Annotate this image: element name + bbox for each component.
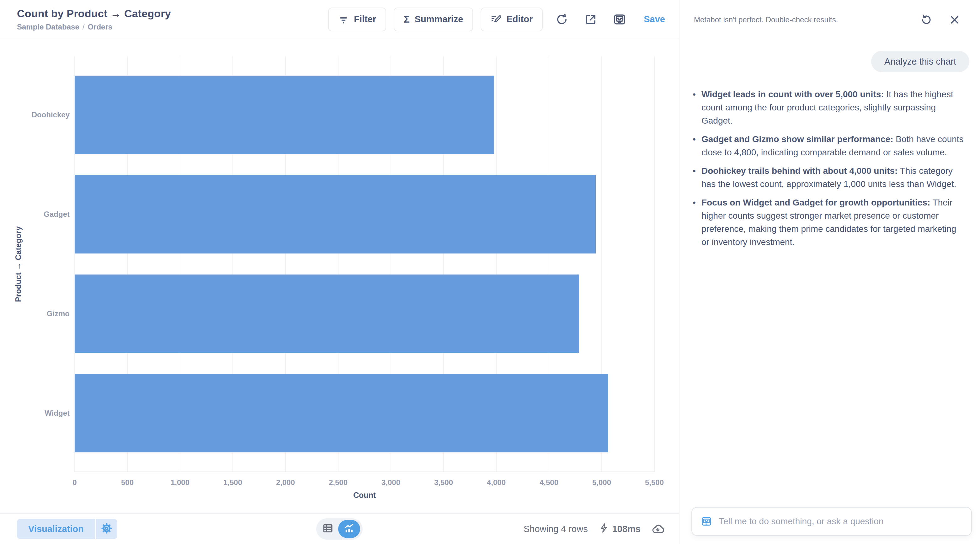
insight-lead: Doohickey trails behind with about 4,000… xyxy=(702,166,897,176)
share-icon[interactable] xyxy=(584,12,598,27)
insight-lead: Widget leads in count with over 5,000 un… xyxy=(702,89,884,99)
question-header: Count by Product → Category Sample Datab… xyxy=(0,0,679,39)
breadcrumb-database[interactable]: Sample Database xyxy=(17,22,80,31)
x-axis-tick-label: 3,500 xyxy=(434,478,453,487)
question-footer: Visualization xyxy=(0,513,679,544)
table-icon xyxy=(322,523,334,535)
user-message-row: Analyze this chart xyxy=(679,51,979,72)
visualization-button[interactable]: Visualization xyxy=(17,519,95,539)
editor-button-label: Editor xyxy=(506,14,533,24)
x-axis-line xyxy=(74,471,655,472)
chart-plot: 05001,0001,5002,0002,5003,0003,5004,0004… xyxy=(0,39,679,513)
viz-settings-button[interactable] xyxy=(96,519,117,539)
x-axis-tick-label: 1,500 xyxy=(223,478,242,487)
x-axis-tick-label: 5,000 xyxy=(592,478,611,487)
grid-line xyxy=(654,56,655,471)
metabot-sidebar-header: Metabot isn't perfect. Double-check resu… xyxy=(679,0,979,27)
timing-value: 108ms xyxy=(612,524,641,534)
chart-bar[interactable] xyxy=(75,175,596,253)
x-axis-tick-label: 3,000 xyxy=(382,478,400,487)
x-axis-tick-label: 4,500 xyxy=(539,478,558,487)
breadcrumb-separator: / xyxy=(83,22,85,31)
chart-bar[interactable] xyxy=(75,76,494,154)
insight-item: Doohickey trails behind with about 4,000… xyxy=(692,164,966,191)
insight-item: Gadget and Gizmo show similar performanc… xyxy=(692,133,966,159)
x-axis-tick-label: 2,500 xyxy=(329,478,348,487)
reset-conversation-icon[interactable] xyxy=(919,13,934,27)
y-axis-category-label: Gizmo xyxy=(0,309,70,318)
insight-item: Widget leads in count with over 5,000 un… xyxy=(692,88,966,127)
x-axis-tick-label: 2,000 xyxy=(276,478,295,487)
close-icon[interactable] xyxy=(947,13,962,27)
page-title: Count by Product → Category xyxy=(17,8,171,20)
gear-icon xyxy=(101,522,113,536)
x-axis-tick-label: 4,000 xyxy=(487,478,506,487)
breadcrumb: Sample Database/Orders xyxy=(17,22,171,31)
metabot-icon xyxy=(701,516,712,527)
filter-button-label: Filter xyxy=(354,14,376,24)
insight-lead: Focus on Widget and Gadget for growth op… xyxy=(702,198,930,207)
query-timing: 108ms xyxy=(598,523,641,536)
metabot-icon[interactable] xyxy=(612,12,627,27)
chart-view-button[interactable] xyxy=(338,520,360,538)
chat-input[interactable] xyxy=(719,516,963,527)
x-axis-tick-label: 0 xyxy=(72,478,76,487)
header-title-block: Count by Product → Category Sample Datab… xyxy=(17,8,171,31)
summarize-button[interactable]: Σ Summarize xyxy=(394,8,473,31)
row-count: Showing 4 rows xyxy=(523,524,588,534)
summarize-button-label: Summarize xyxy=(415,14,463,24)
filter-icon xyxy=(338,14,349,25)
notebook-editor-icon xyxy=(491,14,501,25)
x-axis-tick-label: 500 xyxy=(121,478,134,487)
chat-input-box[interactable] xyxy=(691,507,972,536)
result-status: Showing 4 rows 108ms xyxy=(523,522,664,536)
app-window: Count by Product → Category Sample Datab… xyxy=(0,0,980,544)
y-axis-category-label: Gadget xyxy=(0,210,70,219)
chart-bar[interactable] xyxy=(75,275,579,353)
insight-lead: Gadget and Gizmo show similar performanc… xyxy=(702,134,893,144)
editor-button[interactable]: Editor xyxy=(480,8,543,31)
main-panel: Count by Product → Category Sample Datab… xyxy=(0,0,679,544)
cloud-download-icon[interactable] xyxy=(651,522,664,536)
save-button[interactable]: Save xyxy=(644,14,665,24)
y-axis-title: Product → Category xyxy=(14,226,23,302)
y-axis-category-label: Widget xyxy=(0,409,70,418)
insight-item: Focus on Widget and Gadget for growth op… xyxy=(692,196,966,249)
sigma-icon: Σ xyxy=(404,14,410,25)
lightning-icon xyxy=(598,523,609,536)
metabot-sidebar: Metabot isn't perfect. Double-check resu… xyxy=(679,0,979,544)
x-axis-title: Count xyxy=(353,491,376,500)
table-view-button[interactable] xyxy=(319,520,337,538)
header-icon-bar xyxy=(555,12,627,27)
chart-bar[interactable] xyxy=(75,374,608,452)
sidebar-actions xyxy=(919,13,962,27)
metabot-disclaimer: Metabot isn't perfect. Double-check resu… xyxy=(694,15,838,24)
filter-button[interactable]: Filter xyxy=(328,8,386,31)
refresh-icon[interactable] xyxy=(555,12,569,27)
x-axis-tick-label: 5,500 xyxy=(645,478,664,487)
header-toolbar: Filter Σ Summarize Editor xyxy=(328,8,665,31)
y-axis-category-label: Doohickey xyxy=(0,110,70,119)
visualization-button-group: Visualization xyxy=(17,519,117,539)
view-toggle xyxy=(316,518,363,539)
breadcrumb-table[interactable]: Orders xyxy=(88,22,112,31)
chart-icon xyxy=(344,523,355,535)
analyze-chart-chip: Analyze this chart xyxy=(871,51,969,72)
x-axis-tick-label: 1,000 xyxy=(171,478,189,487)
metabot-insights-list: Widget leads in count with over 5,000 un… xyxy=(692,88,966,254)
